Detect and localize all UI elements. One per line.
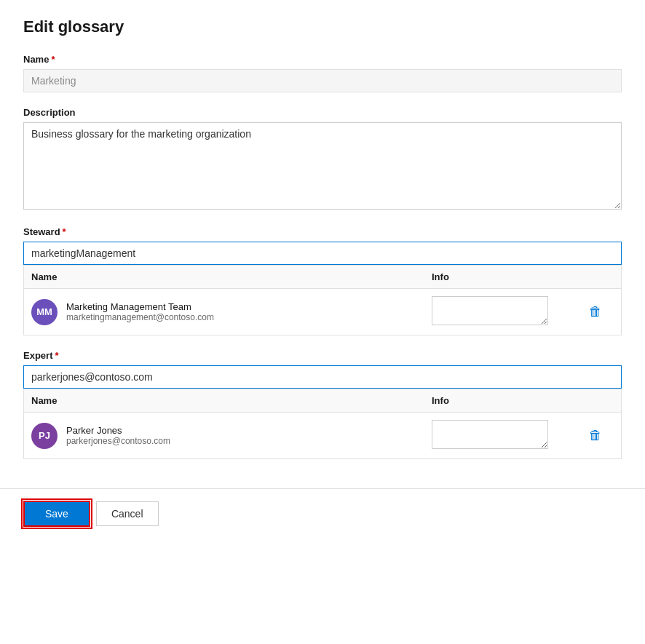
footer-bar: Save Cancel — [0, 488, 645, 538]
steward-search-wrapper — [23, 242, 622, 265]
steward-info-col — [432, 296, 577, 327]
expert-info-textarea[interactable] — [432, 420, 548, 449]
expert-display-name: Parker Jones — [66, 425, 170, 436]
steward-search-input[interactable] — [23, 242, 622, 265]
expert-field-group: Expert * Name Info PJ Parker Jones parke… — [23, 350, 622, 459]
expert-delete-button[interactable]: 🗑 — [586, 425, 605, 446]
table-row: MM Marketing Management Team marketingma… — [24, 289, 621, 335]
trash-icon: 🗑 — [589, 304, 602, 319]
steward-col-actions — [577, 271, 614, 282]
steward-display-name: Marketing Management Team — [66, 301, 214, 312]
expert-col-name: Name — [31, 395, 432, 406]
steward-info-textarea[interactable] — [432, 296, 548, 325]
expert-label: Expert * — [23, 350, 622, 361]
expert-email: parkerjones@contoso.com — [66, 436, 170, 446]
steward-col-info: Info — [432, 271, 577, 282]
expert-table: Name Info PJ Parker Jones parkerjones@co… — [23, 389, 622, 459]
steward-label: Steward * — [23, 226, 622, 237]
expert-name-text: Parker Jones parkerjones@contoso.com — [66, 425, 170, 446]
steward-field-group: Steward * Name Info MM Marketing Managem… — [23, 226, 622, 335]
avatar: MM — [31, 299, 58, 325]
steward-table-header: Name Info — [24, 266, 621, 289]
table-row: PJ Parker Jones parkerjones@contoso.com … — [24, 413, 621, 458]
name-input[interactable] — [23, 69, 622, 92]
description-label: Description — [23, 107, 622, 118]
steward-row-name-col: MM Marketing Management Team marketingma… — [31, 299, 432, 325]
name-label: Name * — [23, 54, 622, 65]
expert-col-actions — [577, 395, 614, 406]
edit-glossary-form: Edit glossary Name * Description Busines… — [0, 0, 645, 459]
expert-table-header: Name Info — [24, 389, 621, 413]
expert-col-info: Info — [432, 395, 577, 406]
trash-icon: 🗑 — [589, 428, 602, 443]
steward-email: marketingmanagement@contoso.com — [66, 312, 214, 322]
expert-required-star: * — [55, 350, 58, 361]
save-button[interactable]: Save — [23, 501, 90, 527]
steward-required-star: * — [63, 226, 66, 237]
name-required-star: * — [51, 54, 55, 65]
expert-search-wrapper — [23, 365, 622, 389]
description-input[interactable]: Business glossary for the marketing orga… — [23, 122, 622, 210]
expert-row-name-col: PJ Parker Jones parkerjones@contoso.com — [31, 423, 432, 449]
name-field-group: Name * — [23, 54, 622, 92]
avatar: PJ — [31, 423, 58, 449]
steward-name-text: Marketing Management Team marketingmanag… — [66, 301, 214, 322]
steward-delete-button[interactable]: 🗑 — [586, 301, 605, 322]
description-field-group: Description Business glossary for the ma… — [23, 107, 622, 212]
steward-actions-col: 🗑 — [577, 301, 614, 322]
expert-actions-col: 🗑 — [577, 425, 614, 446]
steward-col-name: Name — [31, 271, 432, 282]
steward-table: Name Info MM Marketing Management Team m… — [23, 265, 622, 335]
cancel-button[interactable]: Cancel — [96, 501, 159, 526]
expert-search-input[interactable] — [23, 365, 622, 389]
page-title: Edit glossary — [23, 17, 622, 36]
expert-info-col — [432, 420, 577, 451]
